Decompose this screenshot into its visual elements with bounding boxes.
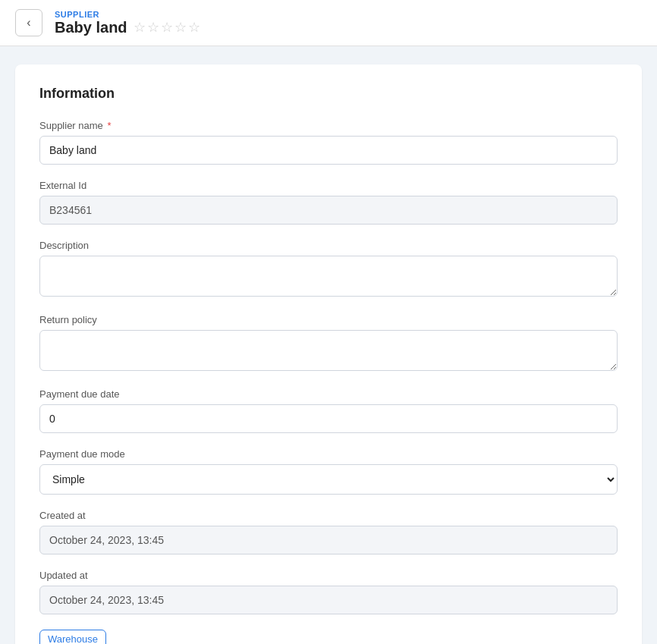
payment-due-mode-label: Payment due mode — [39, 448, 618, 460]
header: ‹ SUPPLIER Baby land ☆ ☆ ☆ ☆ ☆ — [0, 0, 657, 46]
created-at-group: Created at — [39, 510, 618, 554]
star-4: ☆ — [174, 19, 187, 36]
return-policy-textarea[interactable] — [39, 330, 618, 371]
supplier-name-heading: Baby land — [55, 19, 127, 36]
warehouse-label[interactable]: Warehouse — [39, 630, 106, 644]
supplier-name-row: Baby land ☆ ☆ ☆ ☆ ☆ — [55, 19, 200, 36]
warehouse-group: Warehouse — [39, 630, 618, 644]
description-textarea[interactable] — [39, 256, 618, 297]
external-id-input[interactable] — [39, 196, 618, 225]
payment-due-date-label: Payment due date — [39, 388, 618, 400]
supplier-name-group: Supplier name * — [39, 120, 618, 165]
supplier-name-input[interactable] — [39, 136, 618, 165]
return-policy-label: Return policy — [39, 314, 618, 325]
updated-at-label: Updated at — [39, 570, 618, 581]
main-content: Information Supplier name * External Id … — [0, 46, 657, 644]
updated-at-input — [39, 586, 618, 614]
external-id-group: External Id — [39, 180, 618, 225]
back-button[interactable]: ‹ — [15, 9, 42, 36]
required-indicator: * — [105, 120, 112, 131]
payment-due-mode-select[interactable]: Simple Advanced Net 30 Net 60 — [39, 464, 618, 495]
star-2: ☆ — [147, 19, 159, 36]
payment-due-date-group: Payment due date — [39, 388, 618, 433]
star-3: ☆ — [161, 19, 173, 36]
payment-due-date-input[interactable] — [39, 404, 618, 433]
description-group: Description — [39, 240, 618, 299]
created-at-input — [39, 526, 618, 554]
section-title: Information — [39, 86, 618, 102]
supplier-label: SUPPLIER — [55, 10, 200, 19]
star-5: ☆ — [188, 19, 200, 36]
star-1: ☆ — [134, 19, 146, 36]
updated-at-group: Updated at — [39, 570, 618, 614]
external-id-label: External Id — [39, 180, 618, 191]
created-at-label: Created at — [39, 510, 618, 521]
chevron-left-icon: ‹ — [27, 16, 30, 30]
supplier-name-label: Supplier name * — [39, 120, 618, 131]
header-title-block: SUPPLIER Baby land ☆ ☆ ☆ ☆ ☆ — [55, 10, 200, 36]
description-label: Description — [39, 240, 618, 251]
form-card: Information Supplier name * External Id … — [15, 64, 642, 644]
return-policy-group: Return policy — [39, 314, 618, 373]
star-rating: ☆ ☆ ☆ ☆ ☆ — [134, 19, 200, 36]
payment-due-mode-group: Payment due mode Simple Advanced Net 30 … — [39, 448, 618, 495]
